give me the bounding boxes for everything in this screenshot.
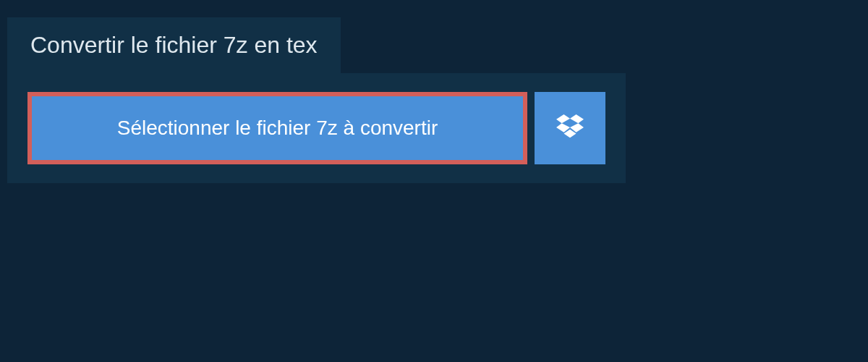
page-title-tab: Convertir le fichier 7z en tex [7, 17, 341, 73]
dropbox-button[interactable] [535, 92, 605, 164]
select-file-label: Sélectionner le fichier 7z à convertir [117, 117, 438, 139]
select-file-button[interactable]: Sélectionner le fichier 7z à convertir [27, 92, 527, 164]
page-title: Convertir le fichier 7z en tex [30, 32, 318, 58]
action-panel: Sélectionner le fichier 7z à convertir [7, 73, 626, 183]
dropbox-icon [556, 114, 584, 143]
